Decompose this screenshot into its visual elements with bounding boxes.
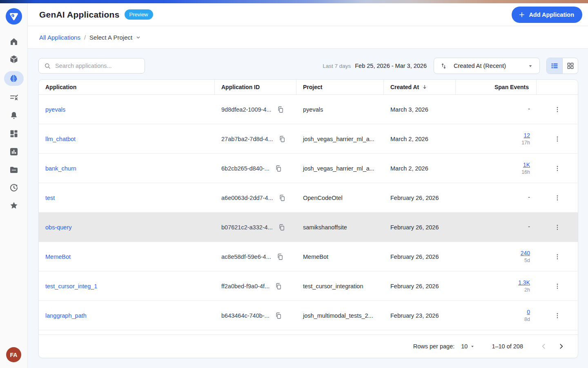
- project-value: josh_vegas_harrier_ml_a...: [303, 136, 374, 142]
- previous-page-button[interactable]: [538, 340, 550, 352]
- column-header-created-at[interactable]: Created At: [384, 80, 456, 94]
- span-events-cell: 240 5d: [456, 242, 537, 271]
- project-cell: josh_vegas_harrier_ml_a...: [296, 154, 384, 183]
- breadcrumb-all-applications[interactable]: All Applications: [39, 34, 80, 41]
- span-events-link[interactable]: 1.3K: [518, 279, 530, 286]
- chevron-down-icon: [135, 34, 141, 40]
- span-events-link[interactable]: 12: [523, 132, 530, 139]
- copy-icon: [276, 253, 284, 260]
- content-area: Last 7 days Feb 25, 2026 - Mar 3, 2026 C…: [28, 49, 588, 368]
- actions-cell: [537, 242, 578, 271]
- view-toggle: [546, 58, 578, 74]
- kebab-menu-icon: [554, 253, 561, 260]
- sidebar-item-models[interactable]: [4, 53, 24, 65]
- chevron-left-icon: [540, 342, 548, 350]
- column-header-application[interactable]: Application: [39, 80, 215, 94]
- copy-id-button[interactable]: [277, 223, 286, 232]
- column-header-application-id[interactable]: Application ID: [215, 80, 296, 94]
- application-link[interactable]: test_cursor_integ_1: [45, 283, 97, 289]
- copy-id-button[interactable]: [274, 282, 283, 291]
- row-menu-button[interactable]: [552, 163, 563, 174]
- projects-folder-icon: [9, 165, 19, 175]
- caret-down-icon: [470, 343, 475, 349]
- sidebar-item-home[interactable]: [4, 35, 24, 47]
- application-link[interactable]: llm_chatbot: [45, 136, 76, 142]
- actions-cell: [537, 213, 578, 242]
- copy-id-button[interactable]: [278, 193, 287, 202]
- application-cell: test_cursor_integ_1: [39, 272, 215, 301]
- sidebar-item-evaluations[interactable]: [4, 92, 24, 104]
- copy-id-button[interactable]: [274, 311, 283, 320]
- application-cell: pyevals: [39, 95, 215, 124]
- rows-per-page-select[interactable]: 10: [461, 343, 475, 350]
- sidebar-item-genai-applications[interactable]: [4, 71, 24, 86]
- rows-per-page-value: 10: [461, 343, 468, 350]
- actions-cell: [537, 183, 578, 212]
- date-range-value[interactable]: Feb 25, 2026 - Mar 3, 2026: [355, 63, 427, 69]
- application-link[interactable]: bank_churn: [45, 165, 76, 172]
- row-menu-button[interactable]: [552, 281, 563, 292]
- sidebar-item-alerts[interactable]: [4, 110, 24, 122]
- application-link[interactable]: obs-query: [45, 224, 71, 231]
- row-menu-button[interactable]: [552, 104, 563, 115]
- span-events-link[interactable]: 240: [521, 250, 530, 256]
- sidebar-item-dashboards[interactable]: [4, 128, 24, 140]
- created-at-cell: February 26, 2026: [384, 242, 456, 271]
- application-link[interactable]: MemeBot: [45, 254, 71, 260]
- span-events-link: -: [528, 194, 530, 200]
- date-range-label: Last 7 days: [323, 63, 351, 69]
- application-id-value: b643464c-740b-...: [221, 312, 270, 319]
- project-selector-label: Select A Project: [89, 34, 132, 41]
- project-cell: pyevals: [296, 95, 384, 124]
- row-menu-button[interactable]: [552, 134, 563, 144]
- project-cell: josh_vegas_harrier_ml_a...: [296, 124, 384, 153]
- copy-id-button[interactable]: [276, 105, 285, 114]
- span-events-cell: 12 17h: [456, 124, 537, 153]
- add-application-button[interactable]: Add Application: [512, 7, 582, 23]
- sort-dropdown[interactable]: Created At (Recent): [434, 58, 540, 74]
- project-selector[interactable]: Select A Project: [89, 34, 141, 41]
- user-avatar[interactable]: FA: [6, 347, 21, 362]
- project-value: josh_vegas_harrier_ml_a...: [303, 165, 374, 172]
- copy-id-button[interactable]: [276, 252, 285, 261]
- application-cell: bank_churn: [39, 154, 215, 183]
- row-menu-button[interactable]: [552, 251, 563, 262]
- application-id-value: ac8e58df-59e6-4...: [221, 254, 271, 260]
- application-id-value: a6e0063d-2dd7-4...: [221, 195, 273, 201]
- copy-id-button[interactable]: [274, 164, 283, 173]
- application-link[interactable]: test: [45, 195, 55, 201]
- column-header-actions: [537, 80, 578, 94]
- row-menu-button[interactable]: [552, 193, 563, 203]
- preview-badge: Preview: [125, 9, 153, 20]
- row-menu-button[interactable]: [552, 222, 563, 233]
- rows-per-page-label: Rows per page:: [413, 343, 455, 350]
- sidebar-item-charts[interactable]: [4, 146, 24, 158]
- app-logo[interactable]: [6, 8, 22, 25]
- column-header-project[interactable]: Project: [296, 80, 384, 94]
- next-page-button[interactable]: [555, 340, 567, 352]
- grid-view-button[interactable]: [562, 58, 578, 74]
- copy-id-button[interactable]: [278, 135, 287, 144]
- search-input[interactable]: [55, 63, 140, 69]
- table-row: obs-query b07621c2-a332-4... samikshanof…: [39, 213, 578, 242]
- sidebar-item-bookmarks[interactable]: [4, 200, 24, 212]
- list-view-button[interactable]: [547, 58, 562, 74]
- span-events-cell: -: [456, 183, 537, 212]
- column-header-span-events[interactable]: Span Events: [456, 80, 537, 94]
- application-link[interactable]: pyevals: [45, 106, 65, 113]
- project-cell: samikshanoffsite: [296, 213, 384, 242]
- sidebar-item-history[interactable]: [4, 182, 24, 194]
- project-value: MemeBot: [303, 254, 328, 260]
- project-cell: josh_multimodal_tests_2...: [296, 301, 384, 330]
- row-menu-button[interactable]: [552, 310, 563, 321]
- actions-cell: [537, 124, 578, 153]
- span-events-link[interactable]: 0: [527, 309, 530, 315]
- kebab-menu-icon: [554, 165, 561, 172]
- table-row: bank_churn 6b2cb265-d840-... josh_vegas_…: [39, 154, 578, 183]
- application-link[interactable]: langgraph_path: [45, 312, 87, 319]
- span-events-link[interactable]: 1K: [523, 162, 530, 168]
- sidebar-item-projects[interactable]: [4, 164, 24, 176]
- table-row: test_cursor_integ_1 ff2a0bed-f9a0-4f... …: [39, 272, 578, 301]
- application-id-value: b07621c2-a332-4...: [221, 224, 273, 231]
- created-at-value: February 23, 2026: [390, 312, 439, 319]
